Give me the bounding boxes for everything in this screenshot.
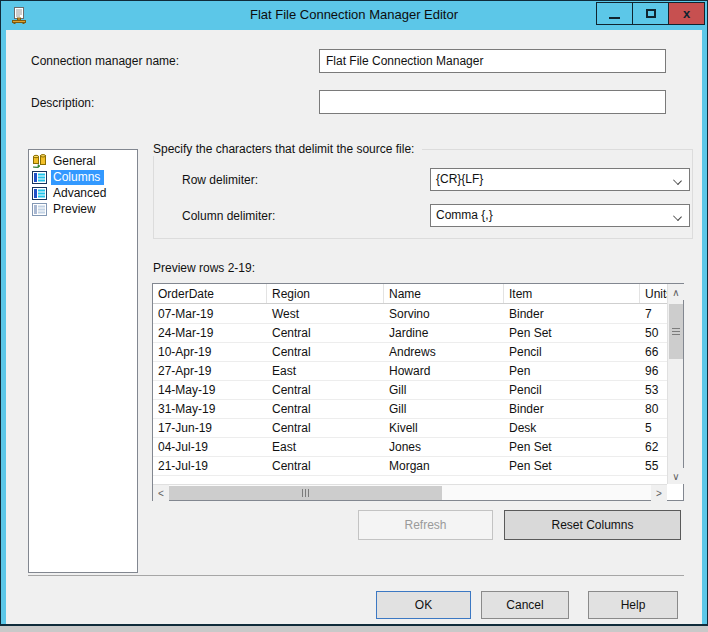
table-cell: 24-Mar-19 xyxy=(153,324,267,342)
delimiter-groupbox: Specify the characters that delimit the … xyxy=(153,149,693,239)
columns-table-icon xyxy=(32,171,47,184)
table-cell: East xyxy=(267,362,384,380)
scroll-up-icon[interactable]: ∧ xyxy=(668,284,684,300)
scroll-left-icon[interactable]: < xyxy=(153,485,169,501)
sidebar-item-columns[interactable]: Columns xyxy=(29,169,137,185)
horizontal-scroll-thumb[interactable] xyxy=(169,486,442,500)
advanced-table-icon xyxy=(32,187,47,200)
table-cell: 53 xyxy=(640,381,667,399)
maximize-button[interactable] xyxy=(632,2,669,25)
titlebar[interactable]: Flat File Connection Manager Editor x xyxy=(1,1,707,30)
table-row[interactable]: 04-Jul-19EastJonesPen Set62 xyxy=(153,438,667,457)
table-cell: 07-Mar-19 xyxy=(153,305,267,323)
table-cell: Central xyxy=(267,324,384,342)
table-cell: Andrews xyxy=(384,343,504,361)
table-cell: 7 xyxy=(640,305,667,323)
ok-button[interactable]: OK xyxy=(376,591,471,619)
table-cell: Pen xyxy=(504,362,640,380)
preview-table: OrderDateRegionNameItemUnits 07-Mar-19We… xyxy=(152,283,684,501)
table-cell: 17-Jun-19 xyxy=(153,419,267,437)
table-cell: Gill xyxy=(384,400,504,418)
table-cell: 50 xyxy=(640,324,667,342)
sidebar-item-label: Preview xyxy=(51,202,100,217)
column-header[interactable]: Units xyxy=(640,284,667,303)
table-cell: Pencil xyxy=(504,381,640,399)
table-cell: Pen Set xyxy=(504,438,640,456)
preview-table-header[interactable]: OrderDateRegionNameItemUnits xyxy=(153,284,667,304)
column-delimiter-select[interactable]: Comma {,} xyxy=(430,204,690,227)
table-cell: 10-Apr-19 xyxy=(153,343,267,361)
minimize-icon xyxy=(609,17,620,19)
sidebar-item-label: Columns xyxy=(51,170,104,185)
table-row[interactable]: 17-Jun-19CentralKivellDesk5 xyxy=(153,419,667,438)
table-row[interactable]: 14-May-19CentralGillPencil53 xyxy=(153,381,667,400)
chevron-down-icon xyxy=(674,213,682,221)
column-header[interactable]: Item xyxy=(504,284,640,303)
reset-columns-button[interactable]: Reset Columns xyxy=(504,510,681,540)
column-delimiter-label: Column delimiter: xyxy=(182,209,275,223)
horizontal-scrollbar[interactable]: < > xyxy=(153,484,667,500)
table-row[interactable]: 21-Jul-19CentralMorganPen Set55 xyxy=(153,457,667,476)
table-cell: 62 xyxy=(640,438,667,456)
table-cell: West xyxy=(267,305,384,323)
preview-table-body: 07-Mar-19WestSorvinoBinder724-Mar-19Cent… xyxy=(153,305,667,483)
table-cell: 31-May-19 xyxy=(153,400,267,418)
table-cell: Kivell xyxy=(384,419,504,437)
row-delimiter-label: Row delimiter: xyxy=(182,173,258,187)
chevron-down-icon xyxy=(674,177,682,185)
table-cell: Central xyxy=(267,457,384,475)
preview-table-icon xyxy=(32,203,47,216)
sidebar-item-label: General xyxy=(51,154,100,169)
cancel-button[interactable]: Cancel xyxy=(481,591,569,619)
connection-name-input[interactable]: Flat File Connection Manager xyxy=(319,49,666,73)
table-cell: Binder xyxy=(504,305,640,323)
row-delimiter-select[interactable]: {CR}{LF} xyxy=(430,168,690,191)
bottom-divider xyxy=(28,575,684,576)
sidebar-item-general[interactable]: General xyxy=(29,153,137,169)
table-cell: Central xyxy=(267,381,384,399)
table-cell: Pen Set xyxy=(504,457,640,475)
delimiter-group-title: Specify the characters that delimit the … xyxy=(153,142,422,156)
table-row[interactable]: 10-Apr-19CentralAndrewsPencil66 xyxy=(153,343,667,362)
close-icon: x xyxy=(683,6,690,21)
table-cell: 80 xyxy=(640,400,667,418)
table-cell: 27-Apr-19 xyxy=(153,362,267,380)
table-cell: Jardine xyxy=(384,324,504,342)
connection-name-label: Connection manager name: xyxy=(31,54,179,68)
vertical-scroll-thumb[interactable] xyxy=(669,304,683,359)
column-delimiter-value: Comma {,} xyxy=(436,208,493,222)
table-cell: Central xyxy=(267,419,384,437)
column-header[interactable]: OrderDate xyxy=(153,284,267,303)
preview-rows-label: Preview rows 2-19: xyxy=(153,261,255,275)
refresh-button[interactable]: Refresh xyxy=(358,510,493,540)
pages-list: General Columns xyxy=(28,149,138,573)
table-cell: Gill xyxy=(384,381,504,399)
scroll-right-icon[interactable]: > xyxy=(651,485,667,501)
table-cell: 14-May-19 xyxy=(153,381,267,399)
table-row[interactable]: 31-May-19CentralGillBinder80 xyxy=(153,400,667,419)
table-cell: Howard xyxy=(384,362,504,380)
scroll-down-icon[interactable]: ∨ xyxy=(668,468,684,484)
vertical-scrollbar[interactable]: ∧ ∨ xyxy=(667,284,683,484)
minimize-button[interactable] xyxy=(596,2,633,25)
description-input[interactable] xyxy=(319,90,666,114)
help-button[interactable]: Help xyxy=(588,591,678,619)
table-cell: Sorvino xyxy=(384,305,504,323)
table-cell: 66 xyxy=(640,343,667,361)
maximize-icon xyxy=(646,9,656,18)
caption-buttons: x xyxy=(597,2,705,25)
table-cell: Pen Set xyxy=(504,324,640,342)
dialog-client-area: Connection manager name: Flat File Conne… xyxy=(6,30,702,624)
close-button[interactable]: x xyxy=(668,2,705,25)
table-cell: Morgan xyxy=(384,457,504,475)
table-cell: Central xyxy=(267,400,384,418)
table-row[interactable]: 27-Apr-19EastHowardPen96 xyxy=(153,362,667,381)
column-header[interactable]: Name xyxy=(384,284,504,303)
sidebar-item-preview[interactable]: Preview xyxy=(29,201,137,217)
table-row[interactable]: 07-Mar-19WestSorvinoBinder7 xyxy=(153,305,667,324)
sidebar-item-advanced[interactable]: Advanced xyxy=(29,185,137,201)
table-row[interactable]: 24-Mar-19CentralJardinePen Set50 xyxy=(153,324,667,343)
table-cell: 5 xyxy=(640,419,667,437)
column-header[interactable]: Region xyxy=(267,284,384,303)
dialog-window: Flat File Connection Manager Editor x Co… xyxy=(0,0,708,626)
